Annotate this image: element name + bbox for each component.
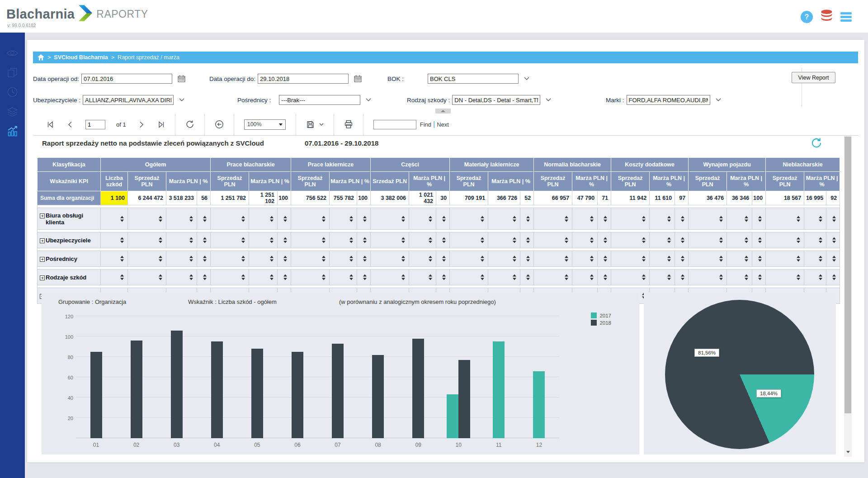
sort-spinner-cell[interactable] [689,270,727,285]
sort-spinner-icon[interactable] [283,216,287,222]
sort-spinner-cell[interactable] [650,270,675,285]
sort-spinner-cell[interactable] [166,270,197,285]
sort-spinner-icon[interactable] [604,216,607,222]
sort-spinner-icon[interactable] [797,256,800,262]
sort-spinner-cell[interactable] [752,251,766,267]
sort-spinner-cell[interactable] [611,232,650,248]
sort-spinner-cell[interactable] [598,251,611,267]
sort-spinner-icon[interactable] [363,256,367,262]
sort-spinner-cell[interactable] [727,208,752,230]
sort-spinner-cell[interactable] [357,232,371,248]
help-icon[interactable]: ? [801,11,813,23]
sort-spinner-cell[interactable] [766,270,804,285]
sort-spinner-icon[interactable] [565,274,568,280]
sort-spinner-cell[interactable] [488,232,520,248]
group-row-label[interactable]: Ubezpieczyciele [38,232,101,248]
sort-spinner-cell[interactable] [128,270,166,285]
sort-spinner-cell[interactable] [371,251,409,267]
sort-spinner-cell[interactable] [101,232,128,248]
sort-spinner-cell[interactable] [450,232,488,248]
sort-spinner-cell[interactable] [689,251,727,267]
expand-icon[interactable] [40,275,45,280]
sort-spinner-cell[interactable] [689,208,727,230]
sort-spinner-cell[interactable] [211,208,249,230]
sort-spinner-cell[interactable] [371,208,409,230]
sort-spinner-cell[interactable] [166,208,197,230]
sort-spinner-icon[interactable] [429,256,432,262]
sort-spinner-cell[interactable] [650,251,675,267]
sort-spinner-icon[interactable] [681,216,684,222]
sort-spinner-cell[interactable] [826,208,840,230]
sort-spinner-cell[interactable] [166,251,197,267]
sort-spinner-icon[interactable] [429,237,432,243]
sort-spinner-cell[interactable] [826,251,840,267]
sort-spinner-icon[interactable] [363,274,367,280]
sort-spinner-cell[interactable] [752,232,766,248]
sort-spinner-cell[interactable] [611,270,650,285]
sort-spinner-icon[interactable] [513,237,516,243]
sort-spinner-cell[interactable] [291,251,330,267]
sort-spinner-icon[interactable] [322,274,326,280]
sort-spinner-icon[interactable] [667,274,671,280]
sort-spinner-cell[interactable] [611,208,650,230]
sort-spinner-icon[interactable] [241,256,245,262]
sort-spinner-cell[interactable] [436,208,450,230]
sort-spinner-icon[interactable] [120,216,124,222]
sort-spinner-icon[interactable] [642,256,646,262]
print-icon[interactable] [344,120,353,129]
sort-spinner-cell[interactable] [752,270,766,285]
sort-spinner-icon[interactable] [832,216,836,222]
sort-spinner-cell[interactable] [611,251,650,267]
sort-spinner-cell[interactable] [752,208,766,230]
back-icon[interactable] [215,120,224,129]
sort-spinner-cell[interactable] [804,208,826,230]
sort-spinner-cell[interactable] [101,251,128,267]
sort-spinner-icon[interactable] [526,256,530,262]
sort-spinner-icon[interactable] [203,216,207,222]
sort-spinner-cell[interactable] [450,270,488,285]
sort-spinner-cell[interactable] [128,208,166,230]
sort-spinner-icon[interactable] [349,256,353,262]
group-row-label[interactable]: Pośrednicy [38,251,101,267]
scrollbar-thumb[interactable] [844,137,851,413]
sort-spinner-icon[interactable] [719,216,723,222]
sort-spinner-icon[interactable] [363,216,367,222]
sort-spinner-cell[interactable] [211,232,249,248]
chevron-down-icon[interactable] [366,98,371,102]
sort-spinner-cell[interactable] [291,208,330,230]
sort-spinner-icon[interactable] [481,237,484,243]
sort-spinner-cell[interactable] [572,208,598,230]
sort-spinner-cell[interactable] [727,270,752,285]
first-page-icon[interactable] [47,120,55,129]
sort-spinner-icon[interactable] [481,216,484,222]
sort-spinner-cell[interactable] [330,251,357,267]
layers-icon[interactable] [6,106,19,120]
group-row-label[interactable]: Rodzaje szkód [38,270,101,285]
sort-spinner-icon[interactable] [832,274,836,280]
sort-spinner-cell[interactable] [249,251,278,267]
sort-spinner-cell[interactable] [128,251,166,267]
sort-spinner-cell[interactable] [249,208,278,230]
sort-spinner-cell[interactable] [291,232,330,248]
sort-spinner-icon[interactable] [429,274,432,280]
damage-type-input[interactable] [452,95,540,105]
calendar-icon[interactable] [354,75,362,82]
sort-spinner-icon[interactable] [513,216,516,222]
sort-spinner-icon[interactable] [513,274,516,280]
sort-spinner-icon[interactable] [120,274,124,280]
sort-spinner-cell[interactable] [409,270,436,285]
sort-spinner-cell[interactable] [278,270,291,285]
sort-spinner-cell[interactable] [572,270,598,285]
export-caret-icon[interactable] [319,123,324,126]
documents-icon[interactable] [6,66,19,80]
sort-spinner-icon[interactable] [442,274,446,280]
sort-spinner-cell[interactable] [572,251,598,267]
last-page-icon[interactable] [156,120,165,129]
sort-spinner-cell[interactable] [534,270,572,285]
sort-spinner-icon[interactable] [159,256,162,262]
sort-spinner-cell[interactable] [804,232,826,248]
sort-spinner-cell[interactable] [675,270,689,285]
sort-spinner-cell[interactable] [409,251,436,267]
sort-spinner-icon[interactable] [270,274,274,280]
sort-spinner-cell[interactable] [291,270,330,285]
